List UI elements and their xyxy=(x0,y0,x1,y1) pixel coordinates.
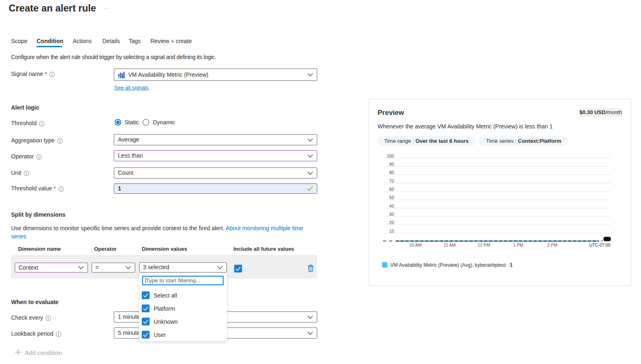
svg-text:40: 40 xyxy=(389,204,394,208)
svg-text:10 AM: 10 AM xyxy=(409,243,422,247)
svg-text:80: 80 xyxy=(389,170,394,175)
svg-text:12 PM: 12 PM xyxy=(477,243,490,247)
svg-text:30: 30 xyxy=(389,212,394,217)
svg-text:90: 90 xyxy=(389,162,394,167)
svg-text:50: 50 xyxy=(389,195,394,200)
svg-text:60: 60 xyxy=(389,187,394,192)
svg-text:1 PM: 1 PM xyxy=(513,243,523,247)
svg-text:10: 10 xyxy=(389,229,394,234)
svg-text:2 PM: 2 PM xyxy=(547,243,558,247)
svg-text:UTC-07:00: UTC-07:00 xyxy=(589,243,611,247)
svg-text:100: 100 xyxy=(387,153,394,158)
svg-text:20: 20 xyxy=(389,220,394,225)
svg-text:70: 70 xyxy=(389,179,394,183)
svg-text:11 AM: 11 AM xyxy=(444,243,456,247)
